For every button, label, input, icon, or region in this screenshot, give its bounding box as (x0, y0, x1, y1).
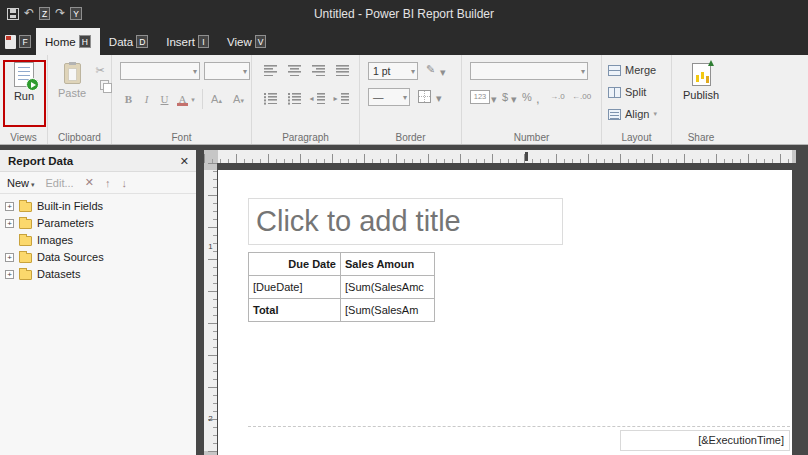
report-title-placeholder[interactable]: Click to add title (248, 198, 563, 245)
tree-item-label: Parameters (37, 217, 94, 229)
tab-insert-keytip: I (198, 35, 209, 48)
bullet-list-button[interactable] (260, 89, 280, 109)
tab-insert[interactable]: Insert I (157, 28, 218, 55)
font-size-select[interactable]: ▾ (204, 62, 250, 80)
border-width-select[interactable]: 1 pt▾ (368, 62, 418, 80)
run-button[interactable]: Run (4, 59, 44, 121)
bold-button[interactable]: B (120, 91, 137, 108)
bullet-list-icon (264, 93, 277, 104)
move-up-icon[interactable]: ↑ (105, 177, 111, 189)
chevron-down-icon: ▾ (403, 90, 407, 106)
file-menu-button[interactable]: F (0, 28, 36, 55)
expand-icon[interactable]: + (5, 270, 14, 279)
number-format-button[interactable]: 123 (470, 90, 490, 104)
chevron-down-icon: ▾ (581, 64, 585, 80)
chevron-down-icon: ▾ (653, 110, 657, 118)
increase-decimal-button[interactable]: →.0 (550, 92, 565, 101)
table-cell-sum-total[interactable]: [Sum(SalesAm (341, 299, 435, 322)
number-format-select[interactable]: ▾ (470, 62, 588, 80)
split-cells-icon (608, 87, 621, 98)
number-group-label: Number (462, 132, 601, 143)
tab-home[interactable]: Home H (36, 28, 100, 55)
tree-item-parameters[interactable]: + Parameters (0, 215, 196, 232)
publish-button[interactable]: Publish (681, 59, 721, 121)
align-left-button[interactable] (260, 61, 280, 81)
new-button[interactable]: New▾ (7, 177, 35, 189)
font-name-select[interactable]: ▾ (120, 62, 200, 80)
shrink-font-button[interactable]: A▾ (230, 91, 247, 108)
underline-button[interactable]: U (156, 91, 173, 108)
number-format-dropdown[interactable]: ▾ (491, 93, 497, 106)
tree-item-datasets[interactable]: + Datasets (0, 266, 196, 283)
justify-button[interactable] (332, 61, 352, 81)
ribbon-tab-row: F Home H Data D Insert I View V (0, 28, 808, 55)
font-group-label: Font (112, 132, 251, 143)
align-button[interactable]: Align ▾ (608, 105, 657, 123)
delete-icon[interactable]: ✕ (85, 176, 94, 189)
align-center-button[interactable] (284, 61, 304, 81)
copy-button[interactable] (92, 80, 108, 96)
decrease-decimal-button[interactable]: ←.00 (572, 92, 591, 101)
file-icon (5, 35, 16, 49)
chevron-down-icon: ▾ (243, 64, 247, 80)
report-data-pane: Report Data ✕ New▾ Edit... ✕ ↑ ↓ + Built… (0, 150, 196, 455)
ribbon-group-share: Publish Share (672, 55, 730, 144)
table-header-due-date[interactable]: Due Date (249, 253, 341, 276)
table-cell-total[interactable]: Total (249, 299, 341, 322)
border-color-button[interactable]: ✎ (426, 63, 435, 76)
folder-icon (19, 270, 32, 280)
move-down-icon[interactable]: ↓ (121, 177, 127, 189)
increase-decimal-icon: →.0 (550, 92, 565, 101)
tab-view[interactable]: View V (218, 28, 275, 55)
borders-dropdown[interactable]: ▾ (436, 92, 442, 105)
report-data-title: Report Data (8, 150, 73, 172)
italic-button[interactable]: I (138, 91, 155, 108)
expand-icon[interactable]: + (5, 202, 14, 211)
currency-dropdown[interactable]: ▾ (511, 93, 517, 106)
horizontal-ruler (204, 150, 796, 163)
borders-grid-icon (418, 90, 431, 103)
expand-icon[interactable]: + (5, 253, 14, 262)
tree-item-images[interactable]: + Images (0, 232, 196, 249)
font-color-dropdown[interactable]: ▾ (189, 91, 197, 108)
play-icon (26, 78, 39, 91)
border-color-dropdown[interactable]: ▾ (440, 66, 446, 79)
percent-button[interactable]: % (522, 91, 532, 103)
align-right-button[interactable] (308, 61, 328, 81)
design-surface-page[interactable]: Click to add title Due Date Sales Amoun … (218, 170, 792, 455)
align-label: Align (625, 108, 649, 120)
expand-icon[interactable]: + (5, 219, 14, 228)
report-data-toolbar: New▾ Edit... ✕ ↑ ↓ (0, 172, 196, 194)
merge-button[interactable]: Merge (608, 61, 656, 79)
numbered-list-button[interactable] (284, 89, 304, 109)
borders-button[interactable] (418, 89, 431, 107)
run-button-label: Run (14, 90, 34, 102)
increase-indent-button[interactable] (332, 89, 352, 109)
currency-button[interactable]: $ (502, 91, 508, 103)
table-header-sales-amount[interactable]: Sales Amoun (341, 253, 435, 276)
split-button[interactable]: Split (608, 83, 646, 101)
grow-font-button[interactable]: A▴ (208, 91, 225, 108)
border-style-select[interactable]: —▾ (368, 88, 410, 106)
ribbon-group-font: ▾ ▾ B I U A ▾ A▴ A▾ Font (112, 55, 252, 144)
table-cell-sum-sales[interactable]: [Sum(SalesAmc (341, 276, 435, 299)
ribbon-group-views: Run Views (0, 55, 48, 144)
paste-button-label: Paste (58, 87, 86, 99)
scissors-icon: ✂ (95, 64, 104, 76)
decrease-indent-button[interactable] (308, 89, 328, 109)
tab-data[interactable]: Data D (100, 28, 157, 55)
comma-button[interactable]: , (536, 91, 540, 106)
split-label: Split (625, 86, 646, 98)
edit-button[interactable]: Edit... (46, 177, 74, 189)
tree-item-built-in-fields[interactable]: + Built-in Fields (0, 198, 196, 215)
divider (202, 89, 203, 109)
cut-button[interactable]: ✂ (92, 62, 108, 78)
tab-view-label: View (227, 36, 252, 48)
close-icon[interactable]: ✕ (180, 150, 189, 172)
paste-button[interactable]: Paste (52, 59, 92, 121)
table-cell-duedate[interactable]: [DueDate] (249, 276, 341, 299)
tree-item-data-sources[interactable]: + Data Sources (0, 249, 196, 266)
folder-icon (19, 253, 32, 263)
ribbon-group-border: 1 pt▾ ✎ ▾ —▾ ▾ Border (360, 55, 462, 144)
execution-time-textbox[interactable]: [&ExecutionTime] (620, 430, 790, 451)
